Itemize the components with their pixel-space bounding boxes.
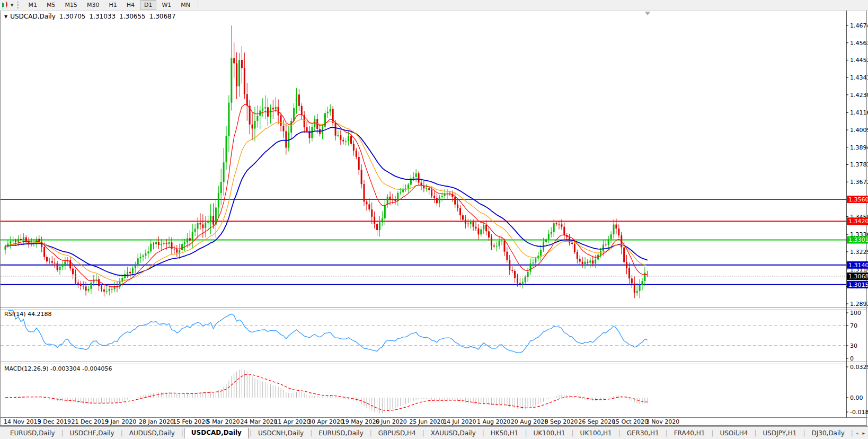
symbol-period-label: USDCAD,Daily xyxy=(10,13,56,20)
svg-text:0: 0 xyxy=(850,355,854,362)
rsi-indicator-label: RSI(14) 44.2188 xyxy=(4,311,51,318)
svg-text:1.40050: 1.40050 xyxy=(850,127,868,134)
macd-indicator-label: MACD(12,26,9) -0.003304 -0.004056 xyxy=(4,365,112,372)
chart-tab-uk100-h1[interactable]: UK100,H1 xyxy=(528,428,571,438)
chart-tab-xauusd-daily[interactable]: XAUUSD,Daily xyxy=(425,428,482,438)
svg-text:15 Feb 2020: 15 Feb 2020 xyxy=(173,418,209,425)
svg-text:1.33011: 1.33011 xyxy=(848,236,868,243)
chart-tab-gbpusd-h4[interactable]: GBPUSD,H4 xyxy=(373,428,422,438)
chart-tab-usdcnh-daily[interactable]: USDCNH,Daily xyxy=(252,428,309,438)
svg-text:28 Jan 2020: 28 Jan 2020 xyxy=(139,418,174,425)
chart-tab-uk100-h1[interactable]: UK100,H1 xyxy=(574,428,618,438)
svg-text:1.45630: 1.45630 xyxy=(850,40,868,47)
svg-text:30: 30 xyxy=(850,343,857,349)
chart-tab-usoil-h4[interactable]: USOil,H4 xyxy=(714,428,754,438)
chart-tab-hk50-h1[interactable]: HK50,H1 xyxy=(485,428,525,438)
timeframe-button-w1[interactable]: W1 xyxy=(157,0,175,10)
timeframe-button-m15[interactable]: M15 xyxy=(60,0,82,10)
svg-text:-0.018154: -0.018154 xyxy=(850,409,868,416)
svg-text:1.35606: 1.35606 xyxy=(848,196,868,203)
svg-text:1.43410: 1.43410 xyxy=(850,74,868,81)
svg-text:1.37830: 1.37830 xyxy=(850,161,868,168)
chart-tab-usdchf-daily[interactable]: USDCHF,Daily xyxy=(64,428,120,438)
svg-text:0.032972: 0.032972 xyxy=(850,364,868,371)
svg-text:1.28920: 1.28920 xyxy=(850,301,868,308)
high-value: 1.31033 xyxy=(89,13,116,20)
chart-tab-dj30-daily[interactable]: DJ30,Daily xyxy=(806,428,851,438)
svg-text:1.46740: 1.46740 xyxy=(850,22,868,29)
timeframe-button-m5[interactable]: M5 xyxy=(42,0,60,10)
svg-text:9 Jan 2020: 9 Jan 2020 xyxy=(105,418,136,425)
timeframe-button-d1[interactable]: D1 xyxy=(140,0,156,10)
timeframe-button-h1[interactable]: H1 xyxy=(104,0,121,10)
svg-text:15 Oct 2020: 15 Oct 2020 xyxy=(612,418,648,425)
svg-text:25 Jun 2020: 25 Jun 2020 xyxy=(409,418,444,425)
timeframe-button-m1[interactable]: M1 xyxy=(24,0,41,10)
close-value: 1.30687 xyxy=(149,13,176,20)
tab-scroll-right-icon[interactable]: ▸ xyxy=(862,431,865,436)
svg-text:1.42300: 1.42300 xyxy=(850,92,868,99)
svg-text:1.32250: 1.32250 xyxy=(850,249,868,256)
svg-text:1.30152: 1.30152 xyxy=(848,282,868,288)
chart-tabs: EURUSD,Daily|USDCHF,Daily|AUDUSD,Daily|U… xyxy=(0,428,853,438)
chart-tab-bar: EURUSD,Daily|USDCHF,Daily|AUDUSD,Daily|U… xyxy=(0,426,868,439)
svg-text:1.44520: 1.44520 xyxy=(850,57,868,64)
svg-text:19 May 2020: 19 May 2020 xyxy=(342,418,380,425)
svg-text:14 Jul 2020: 14 Jul 2020 xyxy=(443,418,476,425)
tab-scroll-controls: ◂ ▸ xyxy=(853,431,868,436)
svg-text:1.31405: 1.31405 xyxy=(848,262,868,269)
svg-text:1.30687: 1.30687 xyxy=(848,273,868,280)
chart-tab-audusd-daily[interactable]: AUDUSD,Daily xyxy=(123,428,181,438)
chart-tab-usdjpy-h1[interactable]: USDJPY,H1 xyxy=(757,428,803,438)
chart-canvas[interactable]: 1.467401.456301.445201.434101.423001.411… xyxy=(0,0,868,439)
svg-text:5 Mar 2020: 5 Mar 2020 xyxy=(207,418,240,425)
chart-tab-fra40-h1[interactable]: FRA40,H1 xyxy=(668,428,711,438)
chart-type-button[interactable]: ▼ xyxy=(0,2,15,8)
svg-text:21 Dec 2019: 21 Dec 2019 xyxy=(72,418,109,425)
svg-text:1.34206: 1.34206 xyxy=(848,218,868,225)
low-value: 1.30655 xyxy=(119,13,146,20)
svg-text:8 Sep 2020: 8 Sep 2020 xyxy=(544,418,578,425)
collapse-triangle-icon[interactable]: ▼ xyxy=(4,14,7,19)
svg-text:1.36720: 1.36720 xyxy=(850,179,868,186)
timeframe-button-mn[interactable]: MN xyxy=(176,0,194,10)
top-toolbar: ▼ M1M5M15M30H1H4D1W1MN xyxy=(0,0,868,11)
open-value: 1.30705 xyxy=(59,13,86,20)
svg-text:30 Apr 2020: 30 Apr 2020 xyxy=(308,418,344,425)
svg-text:0.00: 0.00 xyxy=(850,394,863,401)
timeframe-button-h4[interactable]: H4 xyxy=(122,0,139,10)
svg-text:1.38940: 1.38940 xyxy=(850,144,868,151)
chart-title: ▼USDCAD,Daily1.307051.310331.306551.3068… xyxy=(4,13,175,20)
svg-text:26 Sep 2020: 26 Sep 2020 xyxy=(578,418,615,425)
timeframe-button-group: M1M5M15M30H1H4D1W1MN xyxy=(23,0,195,10)
chevron-down-icon: ▼ xyxy=(11,3,13,7)
tab-scroll-left-icon[interactable]: ◂ xyxy=(856,431,858,436)
svg-text:1 Aug 2020: 1 Aug 2020 xyxy=(477,418,510,425)
svg-text:70: 70 xyxy=(850,322,857,329)
svg-text:11 Apr 2020: 11 Apr 2020 xyxy=(274,418,310,425)
svg-text:24 Mar 2020: 24 Mar 2020 xyxy=(240,418,277,425)
toolbar-divider xyxy=(198,2,198,9)
chart-tab-ger30-h1[interactable]: GER30,H1 xyxy=(621,428,665,438)
svg-text:6 Jun 2020: 6 Jun 2020 xyxy=(376,418,407,425)
svg-text:100: 100 xyxy=(850,310,861,317)
chart-tab-eurusd-daily[interactable]: EURUSD,Daily xyxy=(4,428,61,438)
candlestick-chart-icon xyxy=(1,2,10,8)
svg-text:20 Aug 2020: 20 Aug 2020 xyxy=(511,418,548,425)
chart-tab-usdcad-daily[interactable]: USDCAD,Daily xyxy=(184,428,249,438)
svg-text:3 Nov 2020: 3 Nov 2020 xyxy=(646,418,679,425)
chart-tab-eurusd-daily[interactable]: EURUSD,Daily xyxy=(313,428,369,438)
toolbar-grip xyxy=(17,2,20,8)
svg-text:14 Nov 2019: 14 Nov 2019 xyxy=(4,418,41,425)
svg-text:3 Dec 2019: 3 Dec 2019 xyxy=(38,418,71,425)
svg-text:1.41160: 1.41160 xyxy=(850,109,868,116)
timeframe-button-m30[interactable]: M30 xyxy=(83,0,104,10)
